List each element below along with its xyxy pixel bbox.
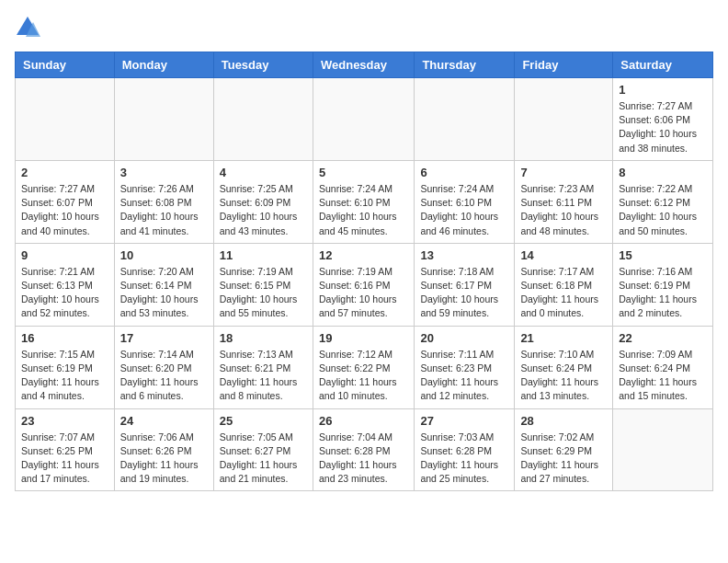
day-info: Sunrise: 7:09 AM Sunset: 6:24 PM Dayligh… xyxy=(619,348,707,404)
weekday-header-monday: Monday xyxy=(114,52,213,78)
day-number: 24 xyxy=(120,414,208,428)
calendar-table: SundayMondayTuesdayWednesdayThursdayFrid… xyxy=(15,52,713,491)
day-info: Sunrise: 7:12 AM Sunset: 6:22 PM Dayligh… xyxy=(319,348,408,404)
day-info: Sunrise: 7:21 AM Sunset: 6:13 PM Dayligh… xyxy=(21,265,108,321)
calendar-cell: 1Sunrise: 7:27 AM Sunset: 6:06 PM Daylig… xyxy=(613,78,713,161)
day-info: Sunrise: 7:24 AM Sunset: 6:10 PM Dayligh… xyxy=(420,182,508,238)
calendar-cell: 2Sunrise: 7:27 AM Sunset: 6:07 PM Daylig… xyxy=(16,160,115,243)
calendar-cell: 17Sunrise: 7:14 AM Sunset: 6:20 PM Dayli… xyxy=(114,326,213,408)
day-info: Sunrise: 7:06 AM Sunset: 6:26 PM Dayligh… xyxy=(120,431,208,487)
day-number: 15 xyxy=(619,248,707,262)
day-info: Sunrise: 7:23 AM Sunset: 6:11 PM Dayligh… xyxy=(520,182,607,238)
week-row-4: 16Sunrise: 7:15 AM Sunset: 6:19 PM Dayli… xyxy=(16,326,713,408)
weekday-header-wednesday: Wednesday xyxy=(313,52,414,78)
calendar-cell xyxy=(515,78,613,161)
page-header xyxy=(15,15,713,40)
day-number: 28 xyxy=(520,414,607,428)
calendar-cell: 4Sunrise: 7:25 AM Sunset: 6:09 PM Daylig… xyxy=(213,160,313,243)
calendar-cell: 28Sunrise: 7:02 AM Sunset: 6:29 PM Dayli… xyxy=(515,408,613,491)
day-number: 19 xyxy=(319,331,408,345)
calendar-cell: 9Sunrise: 7:21 AM Sunset: 6:13 PM Daylig… xyxy=(16,243,115,326)
day-info: Sunrise: 7:17 AM Sunset: 6:18 PM Dayligh… xyxy=(520,265,607,321)
weekday-header-row: SundayMondayTuesdayWednesdayThursdayFrid… xyxy=(16,52,713,78)
calendar-cell: 20Sunrise: 7:11 AM Sunset: 6:23 PM Dayli… xyxy=(415,326,515,408)
calendar-cell xyxy=(16,78,115,161)
day-info: Sunrise: 7:22 AM Sunset: 6:12 PM Dayligh… xyxy=(619,182,707,238)
weekday-header-saturday: Saturday xyxy=(613,52,713,78)
calendar-cell: 21Sunrise: 7:10 AM Sunset: 6:24 PM Dayli… xyxy=(515,326,613,408)
calendar-cell: 16Sunrise: 7:15 AM Sunset: 6:19 PM Dayli… xyxy=(16,326,115,408)
day-info: Sunrise: 7:07 AM Sunset: 6:25 PM Dayligh… xyxy=(21,431,108,487)
calendar-cell: 22Sunrise: 7:09 AM Sunset: 6:24 PM Dayli… xyxy=(613,326,713,408)
calendar-cell: 13Sunrise: 7:18 AM Sunset: 6:17 PM Dayli… xyxy=(415,243,515,326)
day-number: 11 xyxy=(220,248,307,262)
calendar-cell: 19Sunrise: 7:12 AM Sunset: 6:22 PM Dayli… xyxy=(313,326,414,408)
calendar-cell: 15Sunrise: 7:16 AM Sunset: 6:19 PM Dayli… xyxy=(613,243,713,326)
day-number: 23 xyxy=(21,414,108,428)
weekday-header-sunday: Sunday xyxy=(16,52,115,78)
day-info: Sunrise: 7:05 AM Sunset: 6:27 PM Dayligh… xyxy=(220,431,307,487)
calendar-cell: 24Sunrise: 7:06 AM Sunset: 6:26 PM Dayli… xyxy=(114,408,213,491)
calendar-cell: 14Sunrise: 7:17 AM Sunset: 6:18 PM Dayli… xyxy=(515,243,613,326)
day-number: 21 xyxy=(520,331,607,345)
day-info: Sunrise: 7:18 AM Sunset: 6:17 PM Dayligh… xyxy=(420,265,508,321)
calendar-cell xyxy=(613,408,713,491)
day-info: Sunrise: 7:02 AM Sunset: 6:29 PM Dayligh… xyxy=(520,431,607,487)
day-number: 12 xyxy=(319,248,408,262)
calendar-cell: 3Sunrise: 7:26 AM Sunset: 6:08 PM Daylig… xyxy=(114,160,213,243)
weekday-header-thursday: Thursday xyxy=(415,52,515,78)
day-info: Sunrise: 7:27 AM Sunset: 6:07 PM Dayligh… xyxy=(21,182,108,238)
calendar-body: 1Sunrise: 7:27 AM Sunset: 6:06 PM Daylig… xyxy=(16,78,713,491)
day-number: 3 xyxy=(120,166,208,179)
day-info: Sunrise: 7:14 AM Sunset: 6:20 PM Dayligh… xyxy=(120,348,208,404)
day-number: 10 xyxy=(120,248,208,262)
day-info: Sunrise: 7:24 AM Sunset: 6:10 PM Dayligh… xyxy=(319,182,408,238)
calendar-cell: 23Sunrise: 7:07 AM Sunset: 6:25 PM Dayli… xyxy=(16,408,115,491)
calendar-cell: 18Sunrise: 7:13 AM Sunset: 6:21 PM Dayli… xyxy=(213,326,313,408)
day-info: Sunrise: 7:11 AM Sunset: 6:23 PM Dayligh… xyxy=(420,348,508,404)
day-info: Sunrise: 7:16 AM Sunset: 6:19 PM Dayligh… xyxy=(619,265,707,321)
weekday-header-friday: Friday xyxy=(515,52,613,78)
day-number: 6 xyxy=(420,166,508,179)
day-info: Sunrise: 7:20 AM Sunset: 6:14 PM Dayligh… xyxy=(120,265,208,321)
day-info: Sunrise: 7:03 AM Sunset: 6:28 PM Dayligh… xyxy=(420,431,508,487)
day-number: 9 xyxy=(21,248,108,262)
day-info: Sunrise: 7:26 AM Sunset: 6:08 PM Dayligh… xyxy=(120,182,208,238)
day-number: 1 xyxy=(619,83,707,97)
calendar-cell xyxy=(415,78,515,161)
calendar-cell: 11Sunrise: 7:19 AM Sunset: 6:15 PM Dayli… xyxy=(213,243,313,326)
day-number: 22 xyxy=(619,331,707,345)
day-info: Sunrise: 7:27 AM Sunset: 6:06 PM Dayligh… xyxy=(619,99,707,155)
day-number: 25 xyxy=(220,414,307,428)
day-info: Sunrise: 7:19 AM Sunset: 6:16 PM Dayligh… xyxy=(319,265,408,321)
day-info: Sunrise: 7:15 AM Sunset: 6:19 PM Dayligh… xyxy=(21,348,108,404)
calendar-cell: 6Sunrise: 7:24 AM Sunset: 6:10 PM Daylig… xyxy=(415,160,515,243)
day-info: Sunrise: 7:25 AM Sunset: 6:09 PM Dayligh… xyxy=(220,182,307,238)
week-row-3: 9Sunrise: 7:21 AM Sunset: 6:13 PM Daylig… xyxy=(16,243,713,326)
day-number: 8 xyxy=(619,166,707,179)
calendar-cell xyxy=(213,78,313,161)
day-info: Sunrise: 7:10 AM Sunset: 6:24 PM Dayligh… xyxy=(520,348,607,404)
calendar-cell: 5Sunrise: 7:24 AM Sunset: 6:10 PM Daylig… xyxy=(313,160,414,243)
day-number: 13 xyxy=(420,248,508,262)
day-info: Sunrise: 7:04 AM Sunset: 6:28 PM Dayligh… xyxy=(319,431,408,487)
day-info: Sunrise: 7:13 AM Sunset: 6:21 PM Dayligh… xyxy=(220,348,307,404)
day-number: 2 xyxy=(21,166,108,179)
calendar-cell: 25Sunrise: 7:05 AM Sunset: 6:27 PM Dayli… xyxy=(213,408,313,491)
day-number: 7 xyxy=(520,166,607,179)
calendar-cell xyxy=(114,78,213,161)
calendar-cell: 26Sunrise: 7:04 AM Sunset: 6:28 PM Dayli… xyxy=(313,408,414,491)
day-number: 4 xyxy=(220,166,307,179)
weekday-header-tuesday: Tuesday xyxy=(213,52,313,78)
week-row-1: 1Sunrise: 7:27 AM Sunset: 6:06 PM Daylig… xyxy=(16,78,713,161)
calendar-cell: 27Sunrise: 7:03 AM Sunset: 6:28 PM Dayli… xyxy=(415,408,515,491)
logo xyxy=(15,15,44,40)
day-number: 14 xyxy=(520,248,607,262)
week-row-5: 23Sunrise: 7:07 AM Sunset: 6:25 PM Dayli… xyxy=(16,408,713,491)
day-number: 5 xyxy=(319,166,408,179)
week-row-2: 2Sunrise: 7:27 AM Sunset: 6:07 PM Daylig… xyxy=(16,160,713,243)
day-number: 20 xyxy=(420,331,508,345)
day-info: Sunrise: 7:19 AM Sunset: 6:15 PM Dayligh… xyxy=(220,265,307,321)
day-number: 17 xyxy=(120,331,208,345)
calendar-cell: 10Sunrise: 7:20 AM Sunset: 6:14 PM Dayli… xyxy=(114,243,213,326)
